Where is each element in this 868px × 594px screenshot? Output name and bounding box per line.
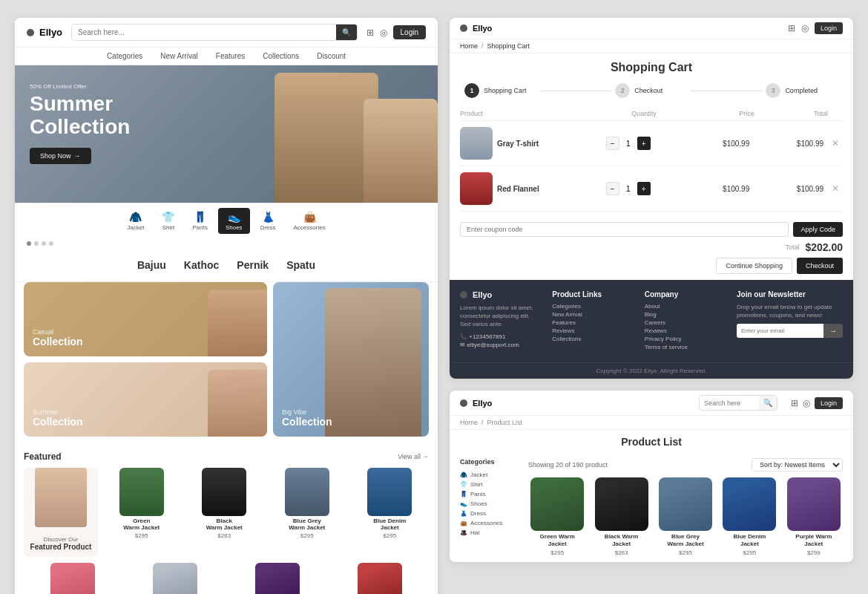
search-input[interactable] [72, 25, 335, 39]
footer-link-categories[interactable]: Categories [552, 303, 632, 310]
header-icons: ⊞ ◎ Login [366, 25, 426, 39]
remove-flannel-button[interactable]: ✕ [828, 183, 843, 194]
dot-3[interactable] [42, 241, 46, 246]
product-card-black-jacket[interactable]: BlackWarm Jacket $263 [185, 468, 264, 557]
footer-link-terms[interactable]: Terms of service [645, 344, 725, 350]
pl-grid-icon[interactable]: ⊞ [791, 398, 798, 408]
coupon-input[interactable] [460, 222, 789, 237]
pl-cat-shirt[interactable]: 👕 Shirt [460, 480, 519, 489]
product-card-row2-3[interactable] [228, 563, 326, 594]
nav-discount[interactable]: Discount [317, 52, 346, 60]
pl-cat-accessories[interactable]: 👜 Accessories [460, 518, 519, 528]
cart-icon[interactable]: ⊞ [366, 27, 374, 38]
pl-search-input[interactable] [700, 397, 759, 409]
footer-link-careers[interactable]: Careers [645, 319, 725, 326]
cat-shirt[interactable]: 👕 Shirt [154, 208, 182, 234]
brand-section: Bajuu Kathoc Pernik Spatu [15, 249, 438, 282]
collection-casual[interactable]: Casual Collection [24, 282, 267, 356]
login-button[interactable]: Login [393, 25, 426, 39]
cart-logo: Ellyo [460, 24, 492, 33]
footer-link-reviews2[interactable]: Reviews [645, 327, 725, 334]
cat-pants[interactable]: 👖 Pants [185, 208, 214, 234]
pl-price-purple: $299 [807, 549, 821, 556]
newsletter-input[interactable] [737, 324, 823, 338]
pl-cat-jacket[interactable]: 🧥 Jacket [460, 470, 519, 480]
step-1-label: Shopping Cart [484, 87, 527, 94]
brand-bajuu[interactable]: Bajuu [137, 259, 166, 271]
pl-product-purple[interactable]: Purple WarmJacket $299 [785, 477, 843, 556]
pl-cat-shoes[interactable]: 👟 Shoes [460, 499, 519, 509]
brand-spatu[interactable]: Spatu [286, 259, 315, 271]
cat-shoes[interactable]: 👟 Shoes [218, 208, 250, 234]
shop-now-button[interactable]: Shop Now → [30, 148, 91, 164]
product-card-denim-jacket[interactable]: Blue DenimJacket $295 [351, 468, 430, 557]
continue-shopping-button[interactable]: Continue Shopping [716, 258, 792, 274]
pl-name-green: Green WarmJacket [540, 533, 575, 547]
footer-link-new-arrival[interactable]: New Arrival [552, 311, 632, 318]
shoes-icon: 👟 [228, 211, 240, 223]
collection-summer[interactable]: Summer Collection [24, 362, 267, 437]
pl-cat-pants[interactable]: 👖 Pants [460, 489, 519, 499]
cart-login-button[interactable]: Login [815, 22, 843, 34]
collection-bigvibe[interactable]: Big Vibe Collection [273, 282, 429, 437]
checkout-button[interactable]: Checkout [797, 258, 843, 274]
cat-accessories[interactable]: 👜 Accessories [286, 208, 333, 234]
pl-price-bluegrey: $295 [679, 549, 692, 556]
apply-coupon-button[interactable]: Apply Code [793, 222, 843, 237]
product-img-row2-1 [50, 563, 95, 594]
featured-hero-card[interactable]: Discover Our Featured Product [24, 468, 98, 557]
brand-pernik[interactable]: Pernik [237, 259, 269, 271]
pl-cat-hat[interactable]: 🎩 Hat [460, 528, 519, 538]
footer-link-blog[interactable]: Blog [645, 311, 725, 318]
pl-user-icon[interactable]: ◎ [803, 398, 810, 408]
user-icon[interactable]: ◎ [380, 27, 387, 38]
pl-product-denim[interactable]: Blue DenimJacket $295 [720, 477, 778, 556]
cart-grid-icon[interactable]: ⊞ [788, 23, 795, 33]
pl-product-bluegrey[interactable]: Blue GreyWarm Jacket $295 [657, 477, 714, 556]
product-card-row2-1[interactable] [24, 563, 122, 594]
pl-cat-dress[interactable]: 👗 Dress [460, 509, 519, 518]
dot-4[interactable] [49, 241, 53, 246]
cart-user-icon[interactable]: ◎ [801, 23, 809, 33]
remove-tshirt-button[interactable]: ✕ [828, 138, 843, 148]
step-1-circle: 1 [464, 83, 479, 98]
product-card-bluegrey-jacket[interactable]: Blue GreyWarm Jacket $295 [268, 468, 346, 557]
product-card-row2-2[interactable] [126, 563, 224, 594]
product-img-row2-3 [255, 563, 300, 594]
qty-plus-tshirt[interactable]: + [637, 137, 651, 150]
search-button[interactable]: 🔍 [336, 25, 357, 40]
brand-kathoc[interactable]: Kathoc [184, 259, 219, 271]
nav-features[interactable]: Features [216, 52, 245, 60]
product-card-row2-4[interactable] [331, 563, 429, 594]
pl-search-button[interactable]: 🔍 [759, 396, 777, 410]
qty-plus-flannel[interactable]: + [637, 182, 651, 195]
nav-new-arrival[interactable]: New Arrival [160, 52, 198, 60]
footer-link-privacy[interactable]: Privacy Policy [645, 336, 725, 342]
nav-collections[interactable]: Collections [263, 52, 299, 60]
cat-dress[interactable]: 👗 Dress [253, 208, 283, 234]
newsletter-submit-button[interactable]: → [823, 324, 843, 338]
pl-login-button[interactable]: Login [815, 397, 843, 409]
product-name-1: BlackWarm Jacket [206, 518, 243, 531]
pl-product-black[interactable]: Black WarmJacket $263 [592, 477, 650, 556]
qty-minus-tshirt[interactable]: − [606, 137, 619, 150]
nav-categories[interactable]: Categories [107, 52, 142, 60]
view-all-link[interactable]: View all → [398, 453, 429, 460]
cat-jacket[interactable]: 🧥 Jacket [119, 208, 151, 234]
dot-2[interactable] [34, 241, 39, 246]
pl-header: Ellyo 🔍 ⊞ ◎ Login [450, 391, 853, 416]
pl-product-green[interactable]: Green WarmJacket $295 [528, 477, 586, 556]
footer-link-collections[interactable]: Collections [552, 336, 632, 342]
product-img-black-jacket [202, 468, 246, 516]
pl-sort-select[interactable]: Sort by: Newest Items [752, 458, 843, 471]
pl-img-bluegrey [659, 477, 712, 531]
qty-minus-flannel[interactable]: − [606, 182, 619, 195]
col-header-total: Total [754, 110, 828, 117]
pl-shirt-icon: 👕 [460, 481, 467, 488]
product-card-green-jacket[interactable]: GreenWarm Jacket $295 [102, 468, 181, 557]
footer-link-reviews[interactable]: Reviews [552, 327, 632, 334]
footer-link-about[interactable]: About [645, 303, 725, 310]
dot-1[interactable] [27, 241, 31, 246]
footer-newsletter-desc: Drop your email below to get update prom… [737, 303, 843, 319]
footer-link-features[interactable]: Features [552, 319, 632, 326]
